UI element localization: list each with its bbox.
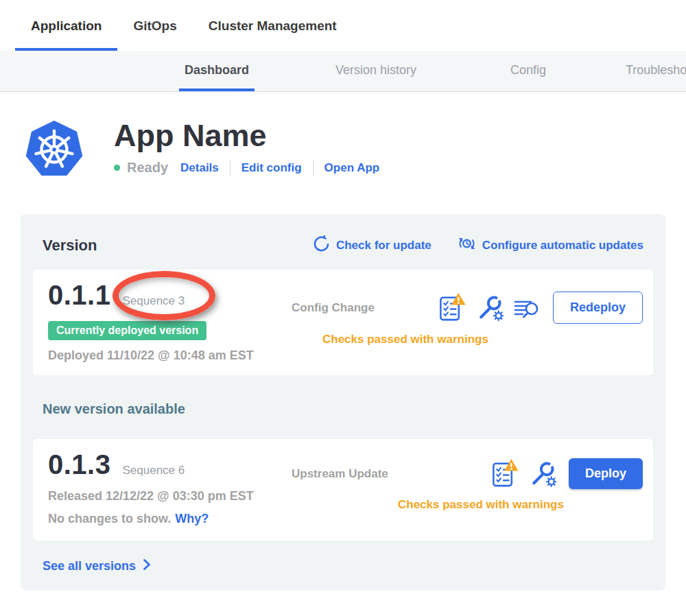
edit-config-link[interactable]: Edit config — [241, 161, 302, 175]
diff-icon[interactable] — [513, 294, 541, 322]
app-status-row: Ready Details Edit config Open App — [114, 160, 379, 176]
available-sequence-label: Sequence 6 — [122, 464, 185, 477]
current-source-label: Config Change — [292, 301, 375, 315]
details-link[interactable]: Details — [180, 161, 219, 175]
refresh-icon — [313, 235, 330, 256]
current-version-number: 0.1.1 — [48, 281, 110, 309]
tab-troubleshoot[interactable]: Troubleshoot — [620, 63, 686, 91]
available-source-label: Upstream Update — [292, 467, 388, 481]
divider — [313, 161, 314, 176]
available-checks-status: Checks passed with warnings — [281, 498, 643, 512]
released-timestamp: Released 12/12/22 @ 03:30 pm EST — [48, 489, 281, 504]
version-heading: Version — [43, 237, 97, 254]
tab-application[interactable]: Application — [15, 0, 117, 51]
open-app-link[interactable]: Open App — [324, 161, 380, 175]
current-sequence-label: Sequence 3 — [122, 294, 185, 308]
version-card: Version Check for update — [21, 214, 665, 591]
chevron-right-icon — [143, 558, 151, 574]
scheduled-update-icon — [458, 235, 476, 256]
divider — [230, 161, 230, 176]
page-title: App Name — [114, 119, 379, 152]
available-version-number: 0.1.3 — [48, 450, 110, 479]
primary-nav: Application GitOps Cluster Management — [0, 0, 686, 51]
redeploy-button[interactable]: Redeploy — [553, 292, 643, 324]
tab-cluster-management[interactable]: Cluster Management — [193, 0, 353, 51]
status-dot-icon — [114, 165, 120, 171]
kubernetes-logo — [24, 119, 84, 180]
no-changes-text: No changes to show. — [48, 512, 171, 525]
why-link[interactable]: Why? — [175, 512, 209, 525]
see-all-versions-label: See all versions — [43, 559, 136, 573]
preflight-checks-icon[interactable] — [438, 292, 466, 323]
deployed-timestamp: Deployed 11/10/22 @ 10:48 am EST — [48, 348, 281, 363]
config-icon[interactable] — [476, 293, 504, 322]
tab-dashboard[interactable]: Dashboard — [179, 63, 255, 91]
status-text: Ready — [127, 160, 168, 176]
configure-auto-updates-link[interactable]: Configure automatic updates — [458, 235, 643, 256]
deployed-badge: Currently deployed version — [48, 321, 206, 340]
no-changes-note: No changes to show.Why? — [48, 512, 281, 526]
available-version-row: 0.1.3 Sequence 6 Released 12/12/22 @ 03:… — [33, 439, 653, 541]
secondary-nav: Dashboard Version history Config Trouble… — [0, 51, 686, 92]
config-icon[interactable] — [529, 459, 556, 488]
tab-version-history[interactable]: Version history — [330, 63, 422, 91]
see-all-versions-link[interactable]: See all versions — [43, 558, 151, 574]
current-checks-status: Checks passed with warnings — [281, 333, 643, 346]
app-header: App Name Ready Details Edit config Open … — [24, 119, 686, 180]
tab-config[interactable]: Config — [505, 63, 552, 91]
tab-gitops[interactable]: GitOps — [117, 0, 192, 51]
new-version-heading: New version available — [43, 401, 653, 417]
current-version-row: 0.1.1 Sequence 3 Currently deployed vers… — [33, 270, 653, 375]
check-for-update-link[interactable]: Check for update — [313, 235, 431, 256]
preflight-checks-icon[interactable] — [490, 458, 519, 489]
deploy-button[interactable]: Deploy — [569, 458, 643, 489]
